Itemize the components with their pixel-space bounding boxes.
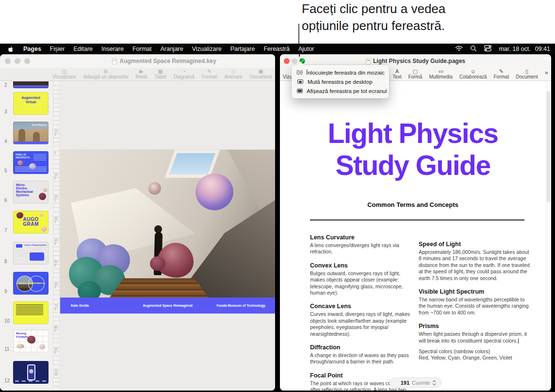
slide-thumbnail-10[interactable]	[13, 301, 49, 324]
fullscreen-window-icon	[297, 89, 303, 93]
apple-icon	[8, 46, 14, 53]
floating-sphere-small	[148, 182, 161, 195]
animate-icon: ◇	[231, 68, 235, 74]
toolbar-document-button[interactable]: ▣ Document	[250, 68, 272, 80]
scrollbar-track[interactable]	[546, 81, 551, 391]
toolbar-collaborate-button[interactable]: ☺ Colaborează	[459, 68, 487, 80]
keynote-toolbar: ◫ Vizualizare ⊞ Adaugă un diapozitiv ▶ R…	[0, 68, 275, 81]
toolbar-format-button[interactable]: ✎ Format	[202, 68, 217, 80]
divider-line	[310, 220, 524, 220]
toolbar-shape-button[interactable]: ▢ Formă	[408, 68, 423, 80]
wifi-icon[interactable]	[455, 46, 463, 53]
menu-bar-clock[interactable]: mar. 18 oct. 09:41	[499, 46, 550, 52]
floating-sphere-large	[196, 173, 233, 210]
text-icon: A	[395, 68, 399, 74]
term-entry: Speed of Light Approximately 186,000mi/s…	[419, 241, 532, 282]
keynote-titlebar[interactable]: Augmented Space Reimagined.key	[0, 54, 275, 68]
clock-time: 09:41	[535, 46, 550, 52]
slide-number: 4	[4, 139, 7, 144]
right-text-column[interactable]: Speed of Light Approximately 186,000mi/s…	[419, 234, 532, 368]
menu-item-pages[interactable]: Pages	[19, 46, 46, 52]
toolbar-add-slide-button[interactable]: ⊞ Adaugă un diapozitiv	[83, 68, 129, 80]
menu-item-enter-fullscreen[interactable]: Afișează fereastra pe tot ecranul	[292, 86, 389, 95]
word-count-button[interactable]: 191 Cuvinte	[390, 377, 442, 388]
callout-pointer-line	[298, 24, 299, 44]
format-brush-icon: ✎	[499, 68, 504, 74]
toolbar-animate-button[interactable]: ◇ Animare	[224, 68, 242, 80]
toolbar-format-button[interactable]: ✎ Format	[494, 68, 509, 80]
window-options-menu: Înlocuiește fereastra din mozaic Mută fe…	[292, 65, 389, 98]
toolbar-table-button[interactable]: ▦ Tabel	[155, 68, 166, 80]
shape-icon: ▢	[413, 68, 418, 74]
slide-credit-bar: Kate Grella Augmented Space Reimagined F…	[60, 298, 275, 314]
document-icon	[366, 58, 371, 64]
slide-thumbnail-7[interactable]: AUGO GRAM	[13, 211, 49, 234]
callout-line1: Faceți clic pentru a vedea	[302, 0, 445, 17]
menu-item-fereastra[interactable]: Fereastră	[259, 46, 294, 52]
slide-number: 6	[4, 198, 7, 203]
slide-thumbnail-4[interactable]: Spatial Mapping	[13, 122, 49, 144]
callout-pointer-line-stub	[299, 54, 300, 57]
term-entry: Visible Light Spectrum The narrow band o…	[419, 288, 532, 316]
slide-thumbnail-5[interactable]: PANEL OF ARCHITECTS	[13, 151, 49, 174]
menu-item-aranjare[interactable]: Aranjare	[156, 46, 187, 52]
toolbar-chart-button[interactable]: ◔ Diagramă	[173, 68, 194, 80]
tile-window-icon	[297, 70, 302, 75]
stepper-chevrons-icon	[432, 380, 436, 386]
slide-number: 5	[4, 168, 7, 173]
document-title[interactable]: Light Physics Study Guide	[280, 117, 546, 181]
document-settings-icon: ▣	[258, 68, 263, 74]
menu-item-vizualizare[interactable]: Vizualizare	[188, 46, 226, 52]
clock-date: mar. 18 oct.	[499, 46, 530, 52]
stairs	[110, 278, 209, 298]
slide-navigator[interactable]: 2 Augmented Virtual 3 Spatial Mapping 4 …	[0, 81, 53, 391]
menu-item-format[interactable]: Format	[128, 46, 156, 52]
slide-thumbnail-8[interactable]: Layers of Augmentation	[13, 242, 49, 265]
apple-menu[interactable]	[5, 46, 19, 53]
slide-number: 12	[4, 378, 10, 383]
menu-item-ajutor[interactable]: Ajutor	[294, 46, 319, 52]
slide-photo	[60, 150, 275, 298]
menu-item-fisier[interactable]: Fișier	[46, 46, 69, 52]
callout-line2: opțiunile pentru fereastră.	[302, 17, 445, 34]
keynote-window: Augmented Space Reimagined.key ◫ Vizuali…	[0, 54, 275, 391]
red-blob	[157, 243, 194, 278]
slide-thumbnail-9[interactable]: PHYSICAL AUGMENTED VIRTUAL	[13, 272, 49, 295]
menu-item-editare[interactable]: Editare	[69, 46, 97, 52]
slide-thumbnail-12[interactable]	[13, 361, 49, 384]
slide-thumbnail-6[interactable]: Micro- Electro- Mechanical Systems	[13, 181, 49, 204]
play-icon: ▶	[139, 68, 143, 74]
slide-number: 7	[4, 228, 7, 233]
document-subtitle[interactable]: Common Terms and Concepts	[280, 201, 546, 208]
pages-window-title: Light Physics Study Guide.pages	[373, 58, 465, 64]
toolbar-document-button[interactable]: ▯ Document	[516, 68, 538, 80]
document-settings-icon: ▯	[525, 68, 528, 74]
slide-thumbnail-2[interactable]	[13, 81, 49, 88]
callout-text: Faceți clic pentru a vedea opțiunile pen…	[302, 0, 445, 34]
current-slide[interactable]: Kate Grella Augmented Space Reimagined F…	[60, 150, 275, 314]
vertical-ruler: 100 0 100 200 300 400 500 600 700 800 90…	[53, 81, 60, 391]
menu-item-replace-tiled-window[interactable]: Înlocuiește fereastra din mozaic	[292, 68, 389, 77]
slide-canvas[interactable]: Kate Grella Augmented Space Reimagined F…	[60, 81, 275, 391]
toolbar-media-button[interactable]: ▭ Multimedia	[429, 68, 452, 80]
control-center-icon[interactable]	[484, 45, 491, 53]
menu-item-partajare[interactable]: Partajare	[226, 46, 260, 52]
scrollbar-thumb[interactable]	[547, 91, 550, 203]
pages-document[interactable]: Light Physics Study Guide Common Terms a…	[280, 81, 551, 391]
chart-icon: ◔	[182, 68, 186, 74]
term-entry: Lens Curvature A lens converges/diverges…	[310, 234, 414, 255]
spotlight-search-icon[interactable]	[470, 45, 477, 53]
term-entry: Convex Lens Bulges outward, converges ra…	[310, 262, 414, 297]
toolbar-play-button[interactable]: ▶ Redă	[136, 68, 147, 80]
term-entry: Prisms When light passes through a dispe…	[419, 323, 532, 361]
slide-thumbnail-3[interactable]: Augmented Virtual	[13, 92, 49, 115]
menu-item-inserare[interactable]: Inserare	[97, 46, 128, 52]
toolbar-text-button[interactable]: A Text	[392, 68, 401, 80]
menu-bar: Pages Fișier Editare Inserare Format Ara…	[0, 44, 555, 54]
toolbar-view-button[interactable]: ◫ Vizualizare	[52, 68, 76, 80]
slide-thumbnail-11[interactable]: Moving Forward	[13, 329, 49, 352]
toolbar-overflow-chevron[interactable]: »	[545, 68, 548, 76]
slide-number: 11	[4, 346, 9, 352]
menu-item-move-to-desktop[interactable]: Mută fereastra pe desktop	[292, 77, 389, 86]
left-text-column[interactable]: Lens Curvature A lens converges/diverges…	[310, 234, 414, 391]
